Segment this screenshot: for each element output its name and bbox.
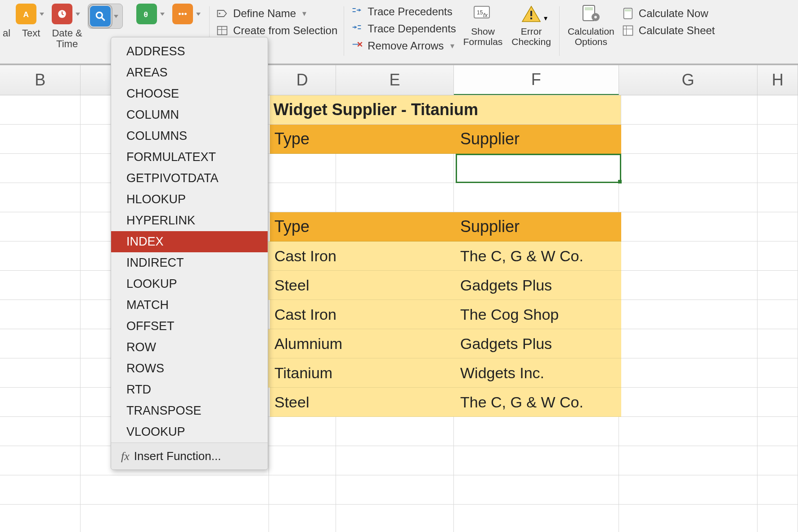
cell[interactable] <box>619 183 758 212</box>
calculate-now-button[interactable]: Calculate Now <box>619 6 717 21</box>
define-name-button[interactable]: Define Name ▾ <box>213 6 340 21</box>
cell[interactable] <box>0 95 81 125</box>
dropdown-item-address[interactable]: ADDRESS <box>111 41 268 62</box>
cell[interactable] <box>619 212 758 241</box>
datetime-functions-button[interactable] <box>52 4 72 24</box>
cell[interactable] <box>81 505 269 532</box>
math-functions-button[interactable]: θ <box>136 4 157 24</box>
table-row[interactable]: SteelThe C, G & W Co. <box>270 388 621 417</box>
insert-function-button[interactable]: fx Insert Function... <box>111 443 268 469</box>
calculation-options-button[interactable]: Calculation Options <box>563 4 619 47</box>
remove-arrows-button[interactable]: Remove Arrows ▾ <box>348 39 459 53</box>
cell[interactable] <box>454 446 619 475</box>
cell[interactable] <box>758 505 798 532</box>
lookup-functions-button[interactable] <box>90 6 111 27</box>
cell[interactable] <box>269 154 336 183</box>
cell[interactable] <box>0 417 81 446</box>
cell[interactable] <box>758 358 798 388</box>
dropdown-item-row[interactable]: ROW <box>111 337 268 358</box>
table-row[interactable]: TitaniumWidgets Inc. <box>270 358 621 388</box>
cell[interactable] <box>619 95 758 125</box>
cell[interactable] <box>619 446 758 475</box>
cell[interactable] <box>619 417 758 446</box>
show-formulas-button[interactable]: 15 fx Show Formulas <box>459 4 507 47</box>
dropdown-item-transpose[interactable]: TRANSPOSE <box>111 400 268 421</box>
cell[interactable] <box>758 212 798 241</box>
math-functions-dropdown[interactable] <box>158 4 167 24</box>
dropdown-item-getpivotdata[interactable]: GETPIVOTDATA <box>111 168 268 189</box>
dropdown-item-index[interactable]: INDEX <box>111 231 268 252</box>
table-row[interactable]: Cast IronThe Cog Shop <box>270 300 621 329</box>
cell[interactable] <box>619 329 758 358</box>
dropdown-item-vlookup[interactable]: VLOOKUP <box>111 421 268 443</box>
cell[interactable] <box>0 388 81 417</box>
cell[interactable] <box>336 475 454 505</box>
cell[interactable] <box>758 241 798 271</box>
trace-dependents-button[interactable]: Trace Dependents <box>348 22 459 36</box>
cell[interactable] <box>0 125 81 154</box>
error-checking-button[interactable]: ▾ Error Checking <box>507 4 556 47</box>
cell[interactable] <box>619 475 758 505</box>
cell[interactable] <box>336 154 454 183</box>
cell[interactable] <box>758 475 798 505</box>
cell[interactable] <box>269 475 336 505</box>
cell[interactable] <box>619 388 758 417</box>
more-functions-dropdown[interactable] <box>194 4 203 24</box>
dropdown-item-indirect[interactable]: INDIRECT <box>111 252 268 273</box>
cell[interactable] <box>0 271 81 300</box>
dropdown-item-columns[interactable]: COLUMNS <box>111 125 268 147</box>
cell[interactable] <box>0 154 81 183</box>
dropdown-item-offset[interactable]: OFFSET <box>111 316 268 337</box>
col-header-B[interactable]: B <box>0 65 81 95</box>
table-row[interactable]: AlumniumGadgets Plus <box>270 329 621 358</box>
cell[interactable] <box>454 154 619 183</box>
cell[interactable] <box>269 417 336 446</box>
cell[interactable] <box>81 475 269 505</box>
dropdown-item-formulatext[interactable]: FORMULATEXT <box>111 147 268 168</box>
col-header-D[interactable]: D <box>269 65 336 95</box>
dropdown-item-rtd[interactable]: RTD <box>111 379 268 400</box>
cell[interactable] <box>758 446 798 475</box>
create-from-selection-button[interactable]: Create from Selection <box>213 23 340 38</box>
datetime-functions-dropdown[interactable] <box>73 4 82 24</box>
cell[interactable] <box>336 446 454 475</box>
cell[interactable] <box>454 417 619 446</box>
cell[interactable] <box>0 475 81 505</box>
cell[interactable] <box>758 183 798 212</box>
col-header-G[interactable]: G <box>619 65 758 95</box>
cell[interactable] <box>619 358 758 388</box>
cell[interactable] <box>0 183 81 212</box>
trace-precedents-button[interactable]: Trace Precedents <box>348 4 459 19</box>
dropdown-item-hlookup[interactable]: HLOOKUP <box>111 189 268 210</box>
text-functions-dropdown[interactable] <box>37 4 46 24</box>
cell[interactable] <box>619 505 758 532</box>
cell[interactable] <box>0 241 81 271</box>
cell[interactable] <box>758 125 798 154</box>
cell[interactable] <box>619 241 758 271</box>
cell[interactable] <box>269 446 336 475</box>
cell[interactable] <box>619 300 758 329</box>
cell[interactable] <box>0 300 81 329</box>
cell[interactable] <box>0 505 81 532</box>
cell[interactable] <box>269 505 336 532</box>
table-row[interactable]: Cast IronThe C, G & W Co. <box>270 241 621 271</box>
cell[interactable] <box>336 183 454 212</box>
dropdown-item-lookup[interactable]: LOOKUP <box>111 273 268 295</box>
cell[interactable] <box>0 358 81 388</box>
col-header-E[interactable]: E <box>336 65 454 95</box>
dropdown-item-choose[interactable]: CHOOSE <box>111 83 268 104</box>
col-header-H[interactable]: H <box>758 65 798 95</box>
lookup-functions-dropdown[interactable] <box>112 6 121 27</box>
dropdown-item-column[interactable]: COLUMN <box>111 104 268 125</box>
dropdown-item-match[interactable]: MATCH <box>111 295 268 316</box>
dropdown-item-areas[interactable]: AREAS <box>111 62 268 83</box>
more-functions-button[interactable] <box>172 4 193 24</box>
cell[interactable] <box>758 154 798 183</box>
cell[interactable] <box>619 125 758 154</box>
cell[interactable] <box>758 388 798 417</box>
cell[interactable] <box>0 212 81 241</box>
cell[interactable] <box>758 95 798 125</box>
text-functions-button[interactable]: A <box>16 4 36 24</box>
cell[interactable] <box>758 329 798 358</box>
cell[interactable] <box>758 271 798 300</box>
